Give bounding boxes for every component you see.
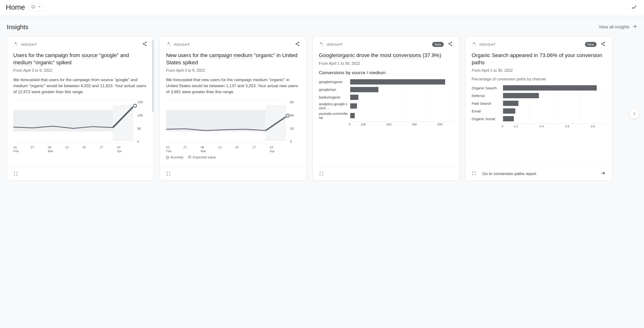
anomaly-chart: 6K 4K 2K 0	[166, 100, 300, 144]
svg-point-8	[298, 45, 299, 46]
y-tick: 0	[290, 140, 300, 144]
card-head: INSIGHT	[7, 36, 154, 47]
hbar-label: Referral	[472, 94, 503, 98]
hbar-label: Organic Search	[472, 86, 503, 90]
hbar-label: google/cpc	[319, 87, 350, 91]
date-range: From April 3 to 9, 2022	[166, 68, 300, 73]
hbar-row: google/cpc	[319, 86, 453, 93]
footer-link-label: Go to conversion paths report	[482, 171, 536, 176]
hbar-fill	[350, 87, 378, 92]
x-tick: 0.8	[580, 124, 606, 128]
arrow-right-icon	[632, 24, 637, 30]
hbar-track	[350, 112, 453, 119]
card-type-label: INSIGHT	[480, 42, 496, 46]
chart-legend: Anomaly Expected value	[166, 155, 300, 159]
view-all-insights-link[interactable]: View all insights	[599, 24, 637, 30]
card-head: INSIGHT New	[312, 36, 459, 47]
fullscreen-icon[interactable]	[13, 171, 18, 177]
hbar-label: google/organic	[319, 80, 350, 84]
x-tick: 10K	[350, 122, 376, 126]
hbar-track	[503, 100, 606, 106]
caret-down-icon	[37, 4, 42, 10]
hbar-track	[503, 85, 606, 91]
share-icon[interactable]	[295, 41, 300, 47]
legend-anomaly: Anomaly	[166, 155, 184, 159]
insight-cards: INSIGHT Users for the campaign from sour…	[7, 36, 637, 181]
sparkle-icon	[472, 42, 476, 47]
next-cards-button[interactable]	[629, 108, 640, 119]
svg-point-6	[296, 43, 296, 44]
date-range: From April 1 to 30, 2022	[319, 61, 453, 66]
insight-card: INSIGHT New Google/organic drove the mos…	[312, 36, 460, 181]
check-circle-icon	[31, 4, 36, 10]
hbar-row: google/organic	[319, 79, 453, 85]
fullscreen-icon[interactable]	[166, 171, 171, 177]
top-bar-left: Home	[6, 3, 45, 11]
card-body: New users for the campaign medium "organ…	[160, 47, 306, 168]
card-description: We forecasted that users for the campaig…	[13, 77, 147, 95]
hbar-label: Organic Social	[472, 117, 503, 121]
anomaly-chart: 15K 10K 5K 0	[13, 100, 147, 144]
conversion-paths-link[interactable]: Go to conversion paths report	[482, 171, 606, 177]
card-head: INSIGHT New	[466, 36, 612, 47]
card-body: Users for the campaign from source "goog…	[7, 47, 154, 168]
hbar-track	[503, 116, 606, 122]
section-head: Insights View all insights	[7, 23, 637, 31]
insight-card: INSIGHT Users for the campaign from sour…	[7, 36, 154, 181]
x-axis: 20Feb 27 06Mar 13 20 27 03Apr	[166, 145, 300, 153]
hbar-track	[503, 92, 606, 99]
share-icon[interactable]	[600, 41, 606, 47]
sparkle-icon	[319, 42, 324, 47]
card-footer	[160, 168, 306, 180]
hbar-track	[350, 86, 453, 93]
date-range: From April 1 to 30, 2022	[472, 68, 606, 73]
sparkle-icon	[13, 42, 18, 47]
svg-point-0	[32, 5, 35, 8]
hbar-row: analytics.google.com/r…	[319, 102, 453, 110]
view-all-label: View all insights	[599, 24, 630, 30]
page-title: Home	[6, 3, 25, 11]
svg-point-11	[451, 45, 452, 46]
hbar-track	[350, 103, 453, 109]
users-filter-chip[interactable]	[28, 3, 45, 11]
svg-point-7	[298, 42, 299, 43]
y-tick: 15K	[137, 100, 147, 104]
hbar-fill	[503, 85, 597, 90]
fullscreen-icon[interactable]	[319, 171, 324, 177]
svg-point-14	[604, 45, 605, 46]
chart-plot	[166, 100, 286, 144]
date-range: From April 3 to 9, 2022	[13, 68, 147, 73]
hbar-row: Organic Social	[472, 116, 606, 122]
svg-point-2	[636, 6, 636, 6]
svg-point-4	[145, 42, 146, 43]
card-type: INSIGHT	[166, 42, 190, 47]
svg-point-10	[451, 42, 452, 43]
hbar-row: youtube.com/referral	[319, 111, 453, 120]
hbar-track	[350, 79, 453, 85]
top-bar: Home	[0, 0, 644, 16]
hbar-row: Referral	[472, 92, 606, 99]
share-icon[interactable]	[142, 41, 147, 47]
hbar-track	[503, 108, 606, 114]
y-tick: 2K	[290, 127, 300, 131]
arrow-right-icon	[600, 171, 606, 177]
card-type-label: INSIGHT	[174, 42, 190, 46]
card-title: Organic Search appeared in 73.06% of you…	[472, 52, 606, 66]
hbar-fill	[503, 101, 518, 106]
svg-point-1	[635, 5, 636, 5]
fullscreen-icon[interactable]	[472, 171, 476, 177]
card-body: Organic Search appeared in 73.06% of you…	[466, 47, 612, 167]
new-badge: New	[585, 42, 596, 47]
card-title: Users for the campaign from source "goog…	[13, 52, 147, 66]
x-axis: 010K20K30K40K	[350, 121, 453, 126]
svg-point-9	[448, 43, 449, 44]
card-head: INSIGHT	[160, 36, 306, 47]
share-icon[interactable]	[448, 41, 453, 47]
legend-expected: Expected value	[188, 155, 216, 159]
card-title: Google/organic drove the most conversion…	[319, 52, 453, 59]
hbar-fill	[503, 116, 514, 121]
card-type: INSIGHT	[472, 42, 496, 47]
insights-trend-icon[interactable]	[630, 3, 638, 11]
card-type-label: INSIGHT	[21, 42, 37, 46]
hbar-fill	[503, 93, 539, 98]
